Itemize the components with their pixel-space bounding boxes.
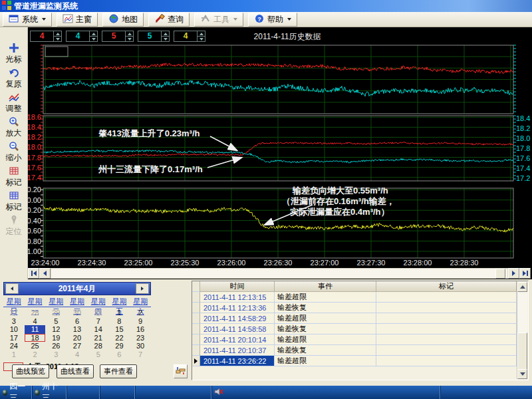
- cell-time[interactable]: 2011-4-11 23:26:22: [200, 356, 275, 366]
- tool-restore-button[interactable]: 复原: [6, 67, 22, 88]
- calendar-day[interactable]: 12: [45, 325, 66, 334]
- calendar-day[interactable]: 7: [88, 317, 109, 326]
- calendar-day[interactable]: 14: [88, 325, 109, 334]
- table-row[interactable]: 2011-4-11 14:58:29输差超限: [192, 313, 528, 324]
- statusbar-tab-1[interactable]: 四一三: [0, 386, 32, 399]
- table-row[interactable]: 2011-4-11 12:13:36输差恢复: [192, 303, 528, 313]
- cell-mark[interactable]: [376, 334, 517, 345]
- calendar-day[interactable]: 3: [3, 317, 25, 326]
- calendar-day[interactable]: 2: [130, 309, 151, 317]
- cell-event[interactable]: 输差恢复: [275, 324, 376, 334]
- calendar-day[interactable]: 6: [66, 317, 88, 326]
- cell-event[interactable]: 输差恢复: [275, 345, 376, 356]
- column-header-0[interactable]: 时间: [200, 281, 275, 292]
- calendar-day[interactable]: 1: [109, 309, 130, 317]
- column-header-2[interactable]: 标记: [376, 281, 517, 292]
- tool-zoom-in-button[interactable]: 放大: [6, 116, 22, 138]
- calendar-day[interactable]: 5: [45, 317, 66, 326]
- calendar-day[interactable]: 25: [25, 342, 46, 350]
- calendar-day[interactable]: 27: [66, 342, 88, 350]
- calendar-day-today[interactable]: 18: [25, 334, 46, 342]
- menu-map-button[interactable]: 地图: [102, 13, 144, 27]
- calendar-day[interactable]: 30: [130, 342, 151, 350]
- table-scroll-up-button[interactable]: [517, 282, 527, 292]
- calendar-day[interactable]: 9: [130, 317, 151, 326]
- calendar-day[interactable]: 6: [109, 350, 130, 359]
- scroll-last-button[interactable]: [519, 268, 531, 279]
- cell-event[interactable]: 输差超限: [275, 313, 376, 324]
- menu-help-button[interactable]: ?帮助: [248, 13, 297, 27]
- cell-time[interactable]: 2011-4-11 20:10:14: [200, 334, 275, 345]
- calendar-day[interactable]: 29: [45, 309, 66, 317]
- cell-event[interactable]: 输差超限: [275, 356, 376, 366]
- cell-time[interactable]: 2011-4-11 14:58:29: [200, 313, 275, 324]
- scrollbar-thumb[interactable]: [495, 269, 505, 279]
- tool-adjust-button[interactable]: 调整: [6, 92, 22, 113]
- curve-preview-button[interactable]: 曲线预览: [12, 364, 49, 378]
- tool-zoom-out-button[interactable]: 缩小: [6, 141, 22, 162]
- cell-mark[interactable]: [376, 313, 517, 324]
- calendar-day[interactable]: 29: [109, 342, 130, 350]
- calendar-day[interactable]: 28: [25, 309, 46, 317]
- calendar-day-selected[interactable]: 11: [25, 325, 46, 334]
- calendar-day[interactable]: 1: [3, 350, 25, 359]
- cell-time[interactable]: 2011-4-11 14:58:58: [200, 324, 275, 334]
- table-scroll-down-button[interactable]: [517, 369, 527, 379]
- column-header-1[interactable]: 事件: [275, 281, 376, 292]
- scrollbar-track[interactable]: [51, 268, 508, 279]
- calendar-day[interactable]: 26: [45, 342, 66, 350]
- cell-event[interactable]: 输差超限: [275, 292, 376, 303]
- cell-mark[interactable]: [376, 303, 517, 313]
- calendar-day[interactable]: 7: [130, 350, 151, 359]
- calendar-day[interactable]: 13: [66, 325, 88, 334]
- calendar-day[interactable]: 4: [25, 317, 46, 326]
- cell-time[interactable]: 2011-4-11 12:13:36: [200, 303, 275, 313]
- calendar-day[interactable]: 30: [66, 309, 88, 317]
- calendar-day[interactable]: 3: [45, 350, 66, 359]
- calendar-day[interactable]: 23: [130, 334, 151, 342]
- calendar-day[interactable]: 31: [88, 309, 109, 317]
- calendar-day[interactable]: 10: [3, 325, 25, 334]
- calendar-day[interactable]: 24: [3, 342, 25, 350]
- calendar-prev-button[interactable]: [5, 283, 19, 294]
- cell-event[interactable]: 输差超限: [275, 334, 376, 345]
- statusbar-tab-2[interactable]: 州十三: [32, 386, 66, 399]
- calendar-day[interactable]: 17: [3, 334, 25, 342]
- table-scrollbar-thumb[interactable]: [517, 332, 527, 370]
- calendar-day[interactable]: 20: [66, 334, 88, 342]
- calendar-day[interactable]: 21: [88, 334, 109, 342]
- table-row[interactable]: 2011-4-11 20:10:37输差恢复: [192, 345, 528, 356]
- scroll-first-button[interactable]: [28, 268, 39, 279]
- tool-cursor-button[interactable]: 光标: [6, 43, 22, 64]
- menu-main-window-button[interactable]: 主窗: [57, 13, 98, 27]
- tool-mark-blue-button[interactable]: 标记: [6, 190, 22, 211]
- cell-mark[interactable]: [376, 324, 517, 334]
- table-row[interactable]: 2011-4-11 12:13:15输差超限: [192, 292, 528, 303]
- calendar-day[interactable]: 2: [25, 350, 46, 359]
- horizontal-scrollbar[interactable]: [28, 268, 531, 279]
- cell-time[interactable]: 2011-4-11 12:13:15: [200, 292, 275, 303]
- table-row[interactable]: 2011-4-11 23:26:22输差超限: [192, 356, 528, 366]
- cell-mark[interactable]: [376, 292, 517, 303]
- menu-system-button[interactable]: 系统: [3, 13, 52, 27]
- select-pointer-button[interactable]: [174, 364, 188, 378]
- calendar-day[interactable]: 27: [3, 309, 25, 317]
- calendar-day[interactable]: 8: [109, 317, 130, 326]
- menu-query-button[interactable]: 查询: [148, 13, 190, 27]
- scroll-left-button[interactable]: [39, 268, 51, 279]
- calendar-day[interactable]: 16: [130, 325, 151, 334]
- calendar-day[interactable]: 28: [88, 342, 109, 350]
- event-view-button[interactable]: 事件查看: [100, 364, 137, 378]
- calendar-day[interactable]: 19: [45, 334, 66, 342]
- calendar-next-button[interactable]: [136, 283, 149, 294]
- calendar-day[interactable]: 5: [88, 350, 109, 359]
- table-row[interactable]: 2011-4-11 14:58:58输差恢复: [192, 324, 528, 334]
- cell-mark[interactable]: [376, 356, 517, 366]
- table-scrollbar[interactable]: [517, 282, 527, 379]
- table-row[interactable]: 2011-4-11 20:10:14输差超限: [192, 334, 528, 345]
- calendar-day[interactable]: 4: [66, 350, 88, 359]
- cell-time[interactable]: 2011-4-11 20:10:37: [200, 345, 275, 356]
- calendar-day[interactable]: 15: [109, 325, 130, 334]
- cell-event[interactable]: 输差恢复: [275, 303, 376, 313]
- scroll-right-button[interactable]: [508, 268, 519, 279]
